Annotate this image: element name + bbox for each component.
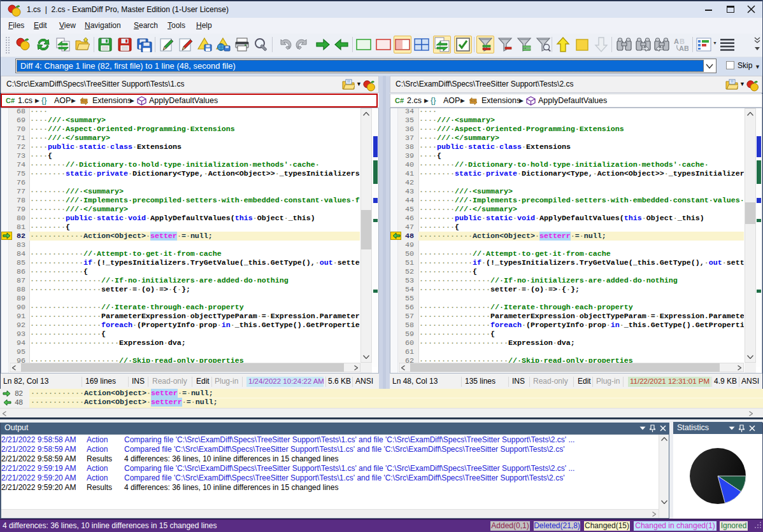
svg-text:AB: AB [679,45,688,52]
svg-text:A: A [674,38,679,45]
